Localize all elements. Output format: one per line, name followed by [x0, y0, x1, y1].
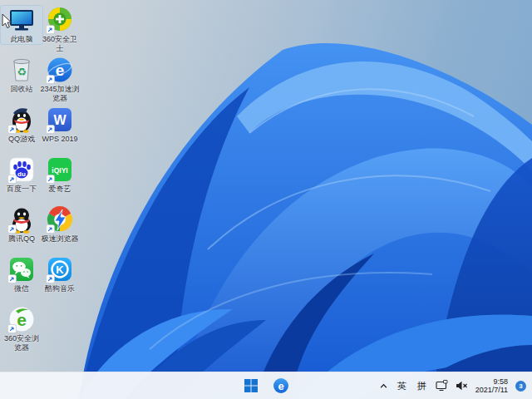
wps-2019-icon: W [46, 106, 74, 134]
desktop-icon-label: 极速浏览器 [39, 234, 81, 244]
360-safe-icon [46, 6, 74, 34]
shortcut-arrow-icon [7, 274, 17, 283]
start-button[interactable] [240, 375, 262, 397]
notification-badge[interactable]: 3 [515, 381, 526, 392]
shortcut-arrow-icon [46, 224, 55, 234]
desktop-icon-label: 360安全浏览器 [1, 334, 42, 352]
shortcut-arrow-icon [46, 125, 55, 134]
shortcut-arrow-icon [7, 324, 17, 333]
desktop-icon-label: 回收站 [1, 85, 42, 94]
tray-chevron-up-icon[interactable] [379, 382, 388, 391]
ime-pinyin-indicator[interactable]: 拼 [416, 380, 428, 392]
shortcut-arrow-icon [46, 25, 55, 34]
desktop-icon-label: 酷狗音乐 [39, 284, 81, 293]
desktop-icon-label: 百度一下 [1, 185, 42, 194]
svg-text:iQIYI: iQIYI [52, 166, 67, 175]
desktop-icon-label: 2345加速浏览器 [39, 85, 81, 103]
desktop-icon-iqiyi[interactable]: iQIYI爱奇艺 [39, 155, 81, 194]
e-browser-icon: e [273, 377, 289, 394]
taskbar: e 英 拼 [0, 372, 532, 399]
desktop-icon-baidu[interactable]: du百度一下 [1, 155, 42, 194]
desktop-icon-this-pc[interactable]: 此电脑 [1, 6, 42, 44]
desktop-icon-label: 爱奇艺 [39, 185, 81, 194]
desktop-icon-wps-2019[interactable]: WWPS 2019 [39, 106, 81, 144]
speed-browser-icon [46, 205, 74, 234]
svg-text:du: du [17, 170, 26, 178]
desktop-icon-label: QQ游戏 [1, 135, 42, 144]
svg-text:K: K [56, 264, 64, 276]
recycle-bin-icon: ♻ [7, 56, 36, 84]
tencent-qq-icon [7, 205, 36, 234]
taskbar-center-apps: e [240, 372, 292, 399]
clock[interactable]: 9:58 2021/7/11 [475, 377, 508, 395]
shortcut-arrow-icon [7, 175, 17, 184]
qq-games-icon [7, 106, 36, 134]
network-icon[interactable] [436, 380, 448, 392]
wechat-icon [7, 255, 36, 283]
desktop-icon-recycle-bin[interactable]: ♻回收站 [1, 56, 42, 94]
ime-english-indicator[interactable]: 英 [396, 380, 408, 392]
desktop-icon-kugou-music[interactable]: K酷狗音乐 [39, 255, 81, 293]
2345-browser-icon: e [46, 56, 74, 84]
360-browser-icon: e [7, 305, 36, 333]
desktop-icon-tencent-qq[interactable]: 腾讯QQ [1, 205, 42, 244]
desktop-icon-label: 此电脑 [1, 35, 42, 44]
this-pc-icon [7, 6, 36, 34]
volume-muted-icon[interactable] [456, 381, 468, 391]
svg-text:e: e [278, 380, 283, 392]
shortcut-arrow-icon [46, 75, 55, 84]
shortcut-arrow-icon [7, 125, 17, 134]
desktop-icon-label: 360安全卫士 [39, 35, 81, 53]
desktop-icon-label: 微信 [1, 284, 42, 293]
svg-text:♻: ♻ [17, 66, 27, 78]
taskbar-e-browser-button[interactable]: e [270, 375, 292, 397]
baidu-icon: du [7, 155, 36, 184]
windows-logo-icon [244, 379, 258, 392]
taskbar-tray: 英 拼 9:58 2021/7/11 3 [379, 372, 526, 399]
svg-text:W: W [53, 113, 66, 127]
desktop[interactable]: 此电脑360安全卫士♻回收站e2345加速浏览器QQ游戏WWPS 2019du百… [0, 0, 532, 399]
kugou-music-icon: K [46, 255, 74, 283]
desktop-icon-360-safe[interactable]: 360安全卫士 [39, 6, 81, 53]
clock-time: 9:58 [475, 377, 508, 387]
desktop-icon-360-browser[interactable]: e360安全浏览器 [1, 305, 42, 352]
desktop-icon-label: 腾讯QQ [1, 234, 42, 244]
shortcut-arrow-icon [46, 175, 55, 184]
shortcut-arrow-icon [7, 224, 17, 234]
desktop-icon-wechat[interactable]: 微信 [1, 255, 42, 293]
iqiyi-icon: iQIYI [46, 155, 74, 184]
clock-date: 2021/7/11 [475, 386, 508, 395]
desktop-icon-speed-browser[interactable]: 极速浏览器 [39, 205, 81, 244]
desktop-icon-label: WPS 2019 [39, 135, 81, 144]
shortcut-arrow-icon [46, 274, 55, 283]
desktop-icon-2345-browser[interactable]: e2345加速浏览器 [39, 56, 81, 103]
desktop-icon-qq-games[interactable]: QQ游戏 [1, 106, 42, 144]
